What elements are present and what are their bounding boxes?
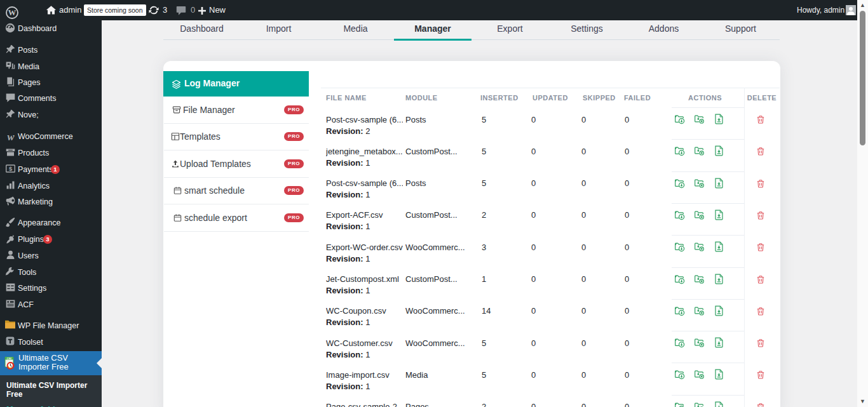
svg-text:W: W	[8, 8, 17, 17]
svg-text:w: w	[7, 131, 15, 142]
svg-text:CSV: CSV	[7, 357, 12, 360]
svg-text:$: $	[8, 166, 12, 172]
